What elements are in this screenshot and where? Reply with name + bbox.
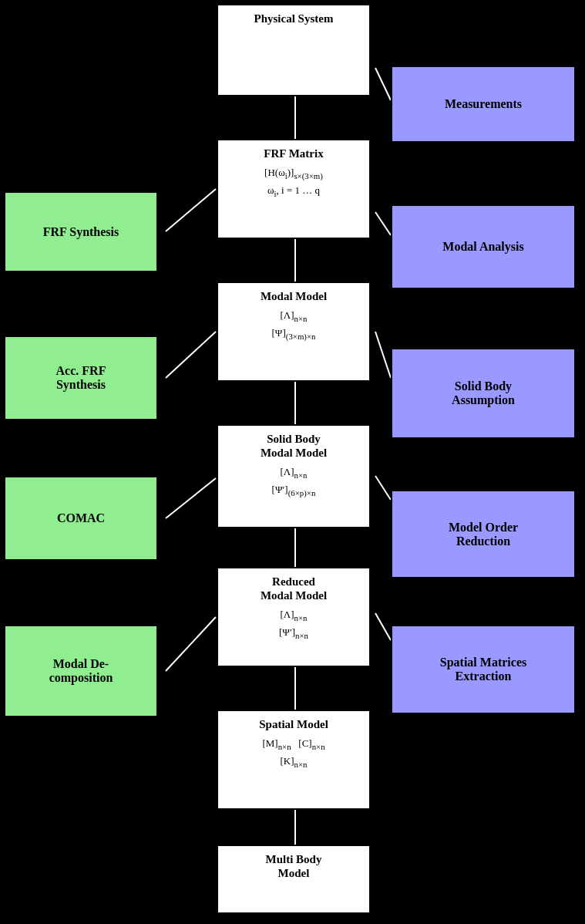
spatial-matrices-extraction-label: Spatial MatricesExtraction xyxy=(440,656,526,683)
svg-line-8 xyxy=(166,478,216,518)
modal-analysis-label: Modal Analysis xyxy=(442,240,523,254)
frf-synthesis-label: FRF Synthesis xyxy=(43,225,119,239)
solid-body-assumption-box: Solid BodyAssumption xyxy=(391,348,576,439)
modal-model-content: [Λ]n×n [Ψ](3×m)×n xyxy=(226,308,361,343)
comac-box: COMAC xyxy=(4,476,158,561)
svg-line-14 xyxy=(375,613,391,640)
modal-decomposition-box: Modal De-composition xyxy=(4,625,158,717)
spatial-model-title: Spatial Model xyxy=(259,718,328,730)
diagram-container: Physical System FRF Matrix [H(ωi)]s×(3×m… xyxy=(0,0,585,924)
svg-line-7 xyxy=(166,332,216,378)
solid-body-modal-model-title: Solid BodyModal Model xyxy=(261,433,327,459)
modal-analysis-box: Modal Analysis xyxy=(391,204,576,289)
spatial-model-box: Spatial Model [M]n×n [C]n×n [K]n×n xyxy=(217,710,371,810)
multi-body-model-title: Multi BodyModel xyxy=(266,853,322,879)
comac-label: COMAC xyxy=(57,511,105,525)
frf-synthesis-box: FRF Synthesis xyxy=(4,191,158,272)
modal-model-title: Modal Model xyxy=(261,290,327,302)
modal-decomposition-label: Modal De-composition xyxy=(49,657,113,685)
solid-body-modal-model-content: [Λ]n×n [Ψ′](6×p)×n xyxy=(226,464,361,500)
solid-body-assumption-label: Solid BodyAssumption xyxy=(452,379,515,407)
acc-frf-synthesis-label: Acc. FRFSynthesis xyxy=(56,364,106,392)
acc-frf-synthesis-box: Acc. FRFSynthesis xyxy=(4,336,158,420)
svg-line-6 xyxy=(166,189,216,231)
spatial-matrices-extraction-box: Spatial MatricesExtraction xyxy=(391,625,576,714)
physical-system-title: Physical System xyxy=(254,12,334,25)
frf-matrix-title: FRF Matrix xyxy=(264,147,323,160)
svg-line-13 xyxy=(375,476,391,500)
svg-line-9 xyxy=(166,617,216,671)
svg-line-10 xyxy=(375,68,391,100)
model-order-reduction-label: Model OrderReduction xyxy=(449,521,518,548)
frf-matrix-content: [H(ωi)]s×(3×m) ωi, i = 1 … q xyxy=(226,165,361,201)
reduced-modal-model-title: ReducedModal Model xyxy=(261,575,327,602)
measurements-label: Measurements xyxy=(445,97,522,111)
modal-model-box: Modal Model [Λ]n×n [Ψ](3×m)×n xyxy=(217,282,371,382)
frf-matrix-box: FRF Matrix [H(ωi)]s×(3×m) ωi, i = 1 … q xyxy=(217,139,371,239)
solid-body-modal-model-box: Solid BodyModal Model [Λ]n×n [Ψ′](6×p)×n xyxy=(217,424,371,528)
reduced-modal-model-content: [Λ]n×n [Ψ′]n×n xyxy=(226,607,361,642)
measurements-box: Measurements xyxy=(391,66,576,143)
spatial-model-content: [M]n×n [C]n×n [K]n×n xyxy=(226,736,361,771)
reduced-modal-model-box: ReducedModal Model [Λ]n×n [Ψ′]n×n xyxy=(217,567,371,667)
physical-system-box: Physical System xyxy=(217,4,371,96)
multi-body-model-box: Multi BodyModel xyxy=(217,845,371,914)
svg-line-12 xyxy=(375,332,391,378)
model-order-reduction-box: Model OrderReduction xyxy=(391,490,576,578)
svg-line-11 xyxy=(375,212,391,235)
